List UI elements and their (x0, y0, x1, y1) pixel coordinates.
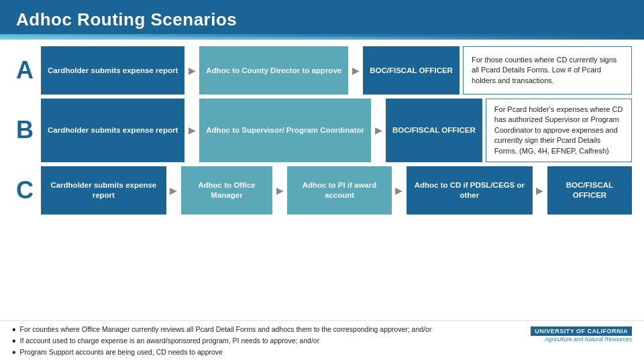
bullet-dot-1: • (12, 324, 16, 335)
cell-b-3: BOC/FISCAL OFFICER (386, 99, 482, 162)
header: Adhoc Routing Scenarios (0, 0, 644, 37)
scenario-row-b: B Cardholder submits expense report ▶ Ad… (12, 99, 632, 162)
bullet-dot-3: • (12, 347, 16, 358)
bullet-text-2: If account used to charge expense is an … (20, 337, 320, 345)
uc-logo-line2: Agriculture and Natural Resources (545, 336, 632, 343)
bullet-list: • For counties where Office Manager curr… (12, 325, 524, 359)
cell-c-2: Adhoc to Office Manager (181, 166, 273, 215)
scenario-row-c: C Cardholder submits expense report ▶ Ad… (12, 166, 632, 215)
arrow-a-2: ▶ (352, 46, 360, 95)
bullet-item-2: • If account used to charge expense is a… (12, 337, 524, 347)
letter-b: B (12, 99, 38, 162)
cell-c-3: Adhoc to PI if award account (287, 166, 391, 215)
main-content: A Cardholder submits expense report ▶ Ad… (0, 40, 644, 320)
arrow-c-4: ▶ (536, 166, 544, 215)
uc-logo: UNIVERSITY OF CALIFORNIA Agriculture and… (531, 325, 632, 343)
page-title: Adhoc Routing Scenarios (16, 9, 237, 29)
cell-c-5: BOC/FISCAL OFFICER (547, 166, 632, 215)
letter-c: C (12, 166, 38, 215)
arrow-c-2: ▶ (276, 166, 284, 215)
bullet-item-3: • Program Support accounts are being use… (12, 348, 524, 358)
scenario-row-a: A Cardholder submits expense report ▶ Ad… (12, 46, 632, 95)
desc-a: For those counties where CD currently si… (463, 46, 632, 95)
bullet-dot-2: • (12, 336, 16, 347)
arrow-c-3: ▶ (395, 166, 403, 215)
arrow-b-2: ▶ (374, 99, 382, 162)
bullet-item-1: • For counties where Office Manager curr… (12, 325, 524, 335)
page: Adhoc Routing Scenarios A Cardholder sub… (0, 0, 644, 362)
scenario-rows: A Cardholder submits expense report ▶ Ad… (12, 46, 632, 215)
letter-a: A (12, 46, 38, 95)
footer: • For counties where Office Manager curr… (0, 320, 644, 362)
bullet-text-3: Program Support accounts are being used,… (20, 348, 223, 356)
cell-a-1: Cardholder submits expense report (41, 46, 184, 95)
desc-b: For Pcard holder's expenses where CD has… (486, 99, 632, 162)
cell-c-4: Adhoc to CD if PDSL/CEGS or other (407, 166, 533, 215)
cell-c-1: Cardholder submits expense report (41, 166, 166, 215)
cell-b-1: Cardholder submits expense report (41, 99, 184, 162)
cell-a-3: BOC/FISCAL OFFICER (363, 46, 460, 95)
arrow-a-1: ▶ (188, 46, 196, 95)
cell-a-2: Adhoc to County Director to approve (199, 46, 348, 95)
cell-b-2: Adhoc to Supervisor/ Program Coordinator (199, 99, 371, 162)
arrow-b-1: ▶ (188, 99, 196, 162)
arrow-c-1: ▶ (170, 166, 178, 215)
bullet-text-1: For counties where Office Manager curren… (20, 325, 432, 333)
uc-logo-line1: UNIVERSITY OF CALIFORNIA (531, 326, 632, 336)
